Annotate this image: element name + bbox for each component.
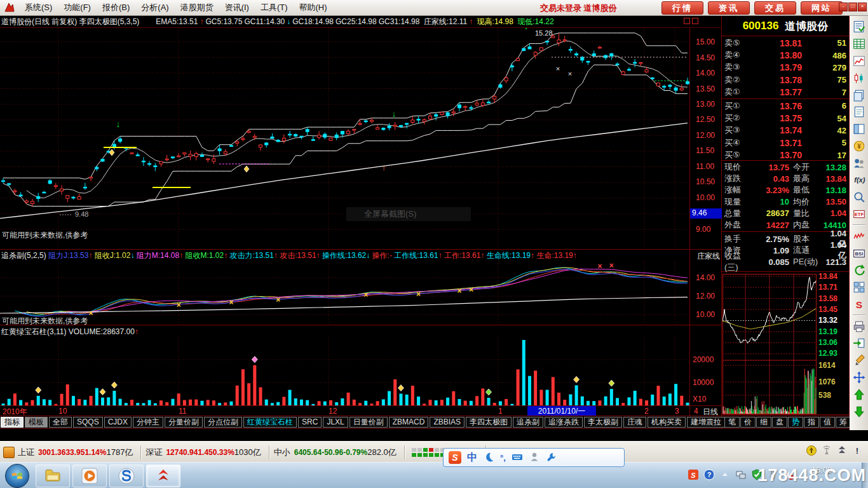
sell-row-1[interactable]: 卖④13.80486: [722, 49, 849, 61]
report-icon[interactable]: [853, 20, 865, 33]
menu-item-2[interactable]: 报价(B): [97, 2, 135, 13]
sell-row-4[interactable]: 卖①13.777: [722, 86, 849, 98]
tab-10[interactable]: JLXL: [323, 417, 348, 428]
close-button[interactable]: ×: [858, 3, 867, 11]
tab-8[interactable]: 红黄绿宝石柱: [243, 417, 297, 428]
tab-3[interactable]: SQQS: [73, 417, 103, 428]
top-button-0[interactable]: 行情: [661, 1, 703, 15]
page-up-icon[interactable]: [853, 388, 865, 401]
tab-2[interactable]: 全部: [49, 417, 72, 428]
index-0[interactable]: 上证3001.3633.951.14%1787亿: [18, 447, 137, 458]
panel-tab-4[interactable]: 势: [788, 417, 803, 428]
index-1[interactable]: 深证12740.941.450.33%1030亿: [146, 447, 264, 458]
sell-row-2[interactable]: 卖③13.79279: [722, 62, 849, 74]
tab-0[interactable]: 指标: [1, 417, 24, 428]
coin-status-icon[interactable]: [806, 445, 817, 458]
pane-close-icon[interactable]: [692, 18, 698, 24]
panel-tab-0[interactable]: 笔: [724, 417, 740, 428]
index-2[interactable]: 中小6405.64-50.96-0.79%282.0亿: [274, 447, 400, 458]
layout-icon[interactable]: [853, 123, 865, 135]
menu-item-4[interactable]: 港股期货: [175, 2, 219, 13]
multi-grid-icon[interactable]: [853, 281, 865, 294]
stock-app[interactable]: [146, 464, 180, 487]
tab-6[interactable]: 分量价副: [165, 417, 203, 428]
formula-icon[interactable]: f(x): [853, 173, 865, 186]
kline-chart-icon[interactable]: [853, 72, 865, 85]
fund-flow-icon[interactable]: ¥: [853, 140, 865, 152]
indicator-chart[interactable]: ××××××××××: [0, 261, 689, 324]
start-button[interactable]: [5, 464, 29, 488]
media-player-app[interactable]: [72, 464, 107, 487]
hidden-icons-arrow[interactable]: [719, 469, 731, 482]
quote-table-icon[interactable]: [853, 37, 865, 50]
panel-tab-7[interactable]: 筹: [836, 417, 851, 428]
main-candlestick-chart[interactable]: ↓↓↓↑××15.289.48: [0, 28, 689, 249]
intraday-mini-chart[interactable]: [722, 274, 817, 414]
tab-4[interactable]: CJDX: [104, 417, 132, 428]
tab-19[interactable]: 机构买卖: [648, 417, 686, 428]
ime-wrench-icon[interactable]: [546, 451, 557, 464]
excl-status-icon[interactable]: !: [851, 445, 863, 458]
tab-16[interactable]: 追涨杀跌: [545, 417, 583, 428]
pane-restore-icon[interactable]: [684, 18, 690, 24]
wave-icon[interactable]: [853, 230, 865, 243]
print-icon[interactable]: [853, 320, 865, 333]
sell-row-0[interactable]: 卖⑤13.8151: [722, 37, 849, 49]
dblup-status-icon[interactable]: [836, 445, 848, 458]
buy-row-0[interactable]: 买①13.766: [722, 100, 849, 112]
ime-person-icon[interactable]: [529, 451, 540, 464]
tab-20[interactable]: 建增震拉: [687, 417, 725, 428]
sogou-tray-icon[interactable]: S: [688, 469, 699, 482]
tab-18[interactable]: 庄魂: [623, 417, 646, 428]
menu-item-0[interactable]: 系统(S): [19, 2, 58, 13]
menu-item-6[interactable]: 工具(T): [255, 2, 294, 13]
sogou-ime-bar[interactable]: S中°,: [443, 448, 625, 467]
status-app-icon[interactable]: [3, 447, 15, 458]
zoom-icon[interactable]: [853, 191, 865, 203]
export-icon[interactable]: [853, 337, 865, 349]
draw-line-icon[interactable]: [853, 354, 865, 367]
tab-15[interactable]: 追杀副: [513, 417, 543, 428]
menu-item-1[interactable]: 功能(F): [58, 2, 97, 13]
tab-11[interactable]: 日量价副: [349, 417, 388, 428]
tab-13[interactable]: ZBBIAS: [430, 417, 465, 428]
bsi-icon[interactable]: BSI: [853, 247, 865, 260]
date-axis[interactable]: 2010年10111212342011/01/10/一: [0, 406, 721, 416]
help-tray-icon[interactable]: ?: [703, 469, 715, 482]
multi-page-icon[interactable]: [853, 89, 865, 102]
ime-kbd-icon[interactable]: [512, 451, 523, 464]
sell-row-3[interactable]: 卖②13.7875: [722, 74, 849, 86]
top-button-1[interactable]: 资讯: [708, 1, 750, 15]
tab-17[interactable]: 李太极副: [584, 417, 622, 428]
volume-chart[interactable]: [0, 336, 689, 405]
panel-tab-3[interactable]: 盘: [772, 417, 787, 428]
antenna-status-icon[interactable]: [821, 445, 832, 458]
buy-row-3[interactable]: 买④13.715: [722, 137, 849, 149]
panel-tab-6[interactable]: 值: [820, 417, 835, 428]
ime-punctuation[interactable]: °,: [500, 453, 506, 463]
network-tray-icon[interactable]: [735, 469, 747, 482]
refresh-icon[interactable]: [853, 264, 865, 276]
menu-item-7[interactable]: 帮助(H): [294, 2, 333, 13]
restore-button[interactable]: □: [848, 3, 857, 11]
minimize-button[interactable]: -: [839, 3, 848, 11]
tab-12[interactable]: ZBMACD: [389, 417, 429, 428]
top-button-3[interactable]: 网站: [801, 1, 843, 15]
explorer-app[interactable]: [36, 464, 70, 487]
f10-info-icon[interactable]: [853, 105, 865, 118]
panel-tab-1[interactable]: 价: [740, 417, 756, 428]
panel-tab-5[interactable]: 指: [804, 417, 819, 428]
tab-14[interactable]: 李四太极图: [466, 417, 512, 428]
menu-item-5[interactable]: 资讯(I): [219, 2, 255, 13]
tab-1[interactable]: 模板: [25, 417, 48, 428]
menu-item-3[interactable]: 分析(A): [135, 2, 174, 13]
buy-row-4[interactable]: 买⑤13.7017: [722, 149, 849, 161]
etf-icon[interactable]: ETF: [853, 208, 865, 220]
ime-mode-chinese[interactable]: 中: [467, 451, 477, 464]
move-icon[interactable]: [853, 371, 865, 384]
top-button-2[interactable]: 交易: [754, 1, 796, 15]
sogou-browser-app[interactable]: [109, 464, 144, 487]
stock-select-icon[interactable]: S: [853, 298, 865, 311]
tab-7[interactable]: 分点位副: [204, 417, 242, 428]
trend-chart-icon[interactable]: [853, 55, 865, 67]
